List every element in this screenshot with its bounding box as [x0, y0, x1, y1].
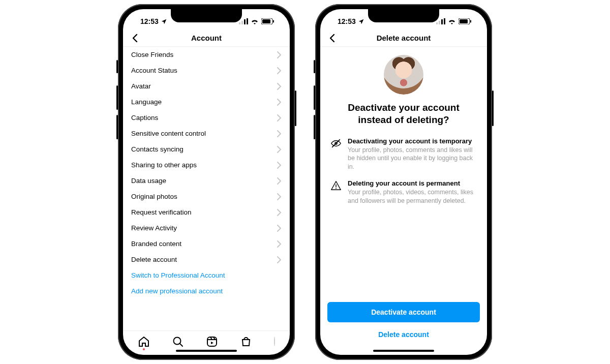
home-indicator	[176, 350, 237, 352]
svg-rect-6	[273, 20, 274, 23]
settings-row-label: Delete account	[131, 256, 177, 263]
settings-row-label: Captions	[131, 114, 158, 122]
settings-link[interactable]: Add new professional account	[123, 283, 290, 299]
svg-point-20	[336, 188, 337, 189]
phone-left: 12:53 Account Close FriendsAccount Statu…	[118, 4, 295, 360]
battery-icon	[459, 18, 472, 24]
svg-rect-16	[470, 20, 471, 23]
tab-search[interactable]	[172, 336, 184, 348]
tab-profile[interactable]	[274, 337, 275, 346]
avatar-icon	[274, 337, 275, 346]
settings-row-label: Sensitive content control	[131, 130, 206, 137]
svg-rect-10	[436, 22, 438, 24]
tab-home[interactable]	[138, 336, 150, 348]
chevron-right-icon	[277, 209, 282, 216]
location-arrow-icon	[358, 18, 364, 25]
chevron-right-icon	[277, 130, 282, 137]
eye-off-icon	[330, 138, 342, 149]
settings-row-label: Contacts syncing	[131, 145, 184, 153]
settings-row[interactable]: Data usage	[123, 173, 290, 189]
settings-row[interactable]: Sharing to other apps	[123, 157, 290, 173]
settings-row-label: Data usage	[131, 177, 166, 185]
home-icon	[138, 336, 150, 348]
cellular-icon	[239, 18, 248, 24]
chevron-right-icon	[277, 114, 282, 122]
reels-icon	[206, 336, 218, 348]
avatar	[384, 55, 423, 95]
nav-header: Account	[123, 29, 290, 47]
chevron-left-icon	[129, 32, 141, 44]
chevron-right-icon	[277, 99, 282, 106]
settings-link[interactable]: Switch to Professional Account	[123, 267, 290, 283]
settings-row[interactable]: Contacts syncing	[123, 141, 290, 157]
wifi-icon	[448, 18, 456, 24]
settings-row[interactable]: Language	[123, 94, 290, 110]
info-deactivate: Deactivating your account is temporary Y…	[320, 134, 487, 177]
settings-row[interactable]: Delete account	[123, 252, 290, 267]
settings-row[interactable]: Account Status	[123, 63, 290, 78]
svg-line-8	[180, 344, 182, 346]
location-arrow-icon	[161, 18, 167, 25]
notch	[368, 9, 439, 22]
bottom-actions: Deactivate account Delete account	[320, 302, 487, 355]
info-desc: Your profile, photos, comments and likes…	[348, 146, 477, 172]
settings-row[interactable]: Sensitive content control	[123, 126, 290, 141]
settings-row-label: Avatar	[131, 82, 151, 90]
notification-dot	[143, 348, 145, 350]
svg-rect-1	[241, 21, 243, 24]
info-title: Deactivating your account is temporary	[348, 137, 477, 145]
delete-heading: Deactivate your account instead of delet…	[320, 102, 487, 134]
status-time: 12:53	[338, 17, 356, 25]
notch	[171, 9, 242, 22]
settings-row-label: Language	[131, 98, 162, 106]
settings-list[interactable]: Close FriendsAccount StatusAvatarLanguag…	[123, 47, 290, 330]
svg-rect-9	[207, 337, 217, 346]
tab-shop[interactable]	[240, 336, 252, 348]
settings-row-label: Review Activity	[131, 224, 177, 232]
settings-row[interactable]: Captions	[123, 110, 290, 126]
settings-row-label: Request verification	[131, 208, 192, 216]
chevron-right-icon	[277, 177, 282, 185]
shop-icon	[240, 336, 252, 348]
delete-button[interactable]: Delete account	[327, 324, 480, 345]
settings-row[interactable]: Avatar	[123, 78, 290, 94]
tab-reels[interactable]	[206, 336, 218, 348]
chevron-right-icon	[277, 51, 282, 58]
chevron-right-icon	[277, 162, 282, 169]
settings-row[interactable]: Review Activity	[123, 220, 290, 236]
settings-row[interactable]: Request verification	[123, 204, 290, 220]
svg-rect-0	[239, 22, 240, 24]
back-button[interactable]	[129, 32, 141, 44]
page-title: Delete account	[377, 34, 431, 42]
svg-rect-2	[244, 19, 246, 24]
chevron-right-icon	[277, 225, 282, 232]
settings-row[interactable]: Original photos	[123, 189, 290, 204]
wifi-icon	[251, 18, 259, 24]
nav-header: Delete account	[320, 29, 487, 47]
chevron-left-icon	[326, 32, 339, 44]
info-desc: Your profile, photos, videos, comments, …	[348, 188, 477, 205]
svg-rect-15	[460, 19, 468, 23]
home-indicator	[373, 350, 434, 352]
back-button[interactable]	[326, 32, 339, 44]
chevron-right-icon	[277, 146, 282, 153]
svg-rect-5	[262, 19, 270, 23]
settings-row[interactable]: Close Friends	[123, 47, 290, 63]
settings-row-label: Close Friends	[131, 51, 173, 58]
chevron-right-icon	[277, 67, 282, 74]
settings-row[interactable]: Branded content	[123, 236, 290, 252]
info-delete: Deleting your account is permanent Your …	[320, 176, 487, 210]
chevron-right-icon	[277, 193, 282, 200]
svg-rect-11	[439, 21, 440, 24]
deactivate-button[interactable]: Deactivate account	[327, 302, 480, 322]
settings-row-label: Account Status	[131, 67, 177, 74]
chevron-right-icon	[277, 256, 282, 263]
settings-row-label: Original photos	[131, 193, 177, 200]
search-icon	[172, 336, 184, 348]
info-title: Deleting your account is permanent	[348, 179, 477, 187]
chevron-right-icon	[277, 240, 282, 248]
warning-icon	[330, 180, 342, 191]
svg-rect-12	[441, 19, 443, 24]
settings-row-label: Branded content	[131, 240, 181, 248]
cellular-icon	[436, 18, 445, 24]
